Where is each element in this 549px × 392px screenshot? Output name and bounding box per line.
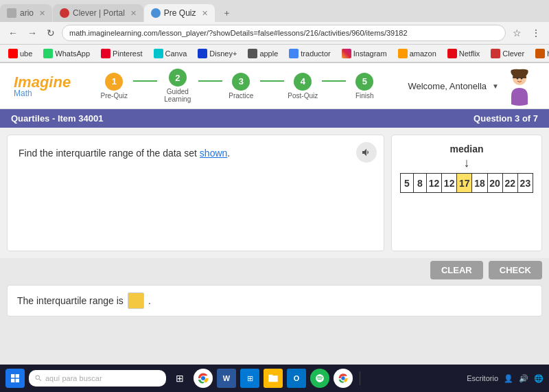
reload-button[interactable]: ↻	[44, 26, 58, 40]
chrome-task-icon[interactable]	[334, 369, 353, 388]
tab-1-close[interactable]: ✕	[39, 9, 45, 18]
welcome-text: Welcome, Antonella	[408, 81, 487, 91]
netflix-icon	[447, 49, 457, 58]
tab-1[interactable]: ario ✕	[0, 4, 52, 22]
taskbar-sound-icon[interactable]: 🔊	[519, 374, 528, 383]
svg-point-2	[521, 78, 523, 80]
bookmarks-bar: ube WhatsApp Pinterest Canva Disney+ app…	[0, 45, 549, 62]
search-bar[interactable]: aquí para buscar	[29, 370, 166, 387]
taskbar-user-icon[interactable]: 👤	[504, 374, 513, 383]
folder-icon	[268, 373, 279, 384]
step-1[interactable]: 1 Pre-Quiz	[95, 73, 133, 100]
tab-2[interactable]: Clever | Portal ✕	[53, 4, 143, 22]
forward-button[interactable]: →	[25, 26, 40, 40]
desktop-label: Escritorio	[467, 374, 498, 382]
connector-1-2	[133, 80, 157, 82]
step-5[interactable]: 5 Finish	[346, 73, 384, 100]
bookmark-shein[interactable]: https://us.shein.co...	[533, 48, 549, 59]
windows-store-icon[interactable]: ⊞	[240, 369, 259, 388]
bookmark-canva[interactable]: Canva	[151, 48, 190, 59]
browser-chrome: ario ✕ Clever | Portal ✕ Pre Quiz ✕ ＋ ← …	[0, 0, 549, 63]
shown-link[interactable]: shown	[200, 148, 227, 159]
bookmark-netflix[interactable]: Netflix	[445, 48, 483, 59]
apple-icon	[248, 49, 257, 58]
canva-icon	[154, 49, 163, 58]
bookmark-traductor[interactable]: traductor	[286, 48, 333, 59]
clear-button[interactable]: CLEAR	[430, 261, 483, 279]
amazon-icon	[398, 49, 408, 58]
speaker-icon	[361, 147, 372, 158]
data-cell-4: 17	[457, 174, 472, 193]
bookmark-disney[interactable]: Disney+	[195, 48, 240, 59]
chrome-icon[interactable]	[194, 369, 213, 388]
chrome-svg	[197, 372, 209, 384]
taskbar-right: Escritorio 👤 🔊 🌐	[467, 374, 544, 383]
step-4[interactable]: 4 Post-Quiz	[284, 73, 322, 100]
pinterest-icon	[101, 49, 110, 58]
menu-button[interactable]: ⋮	[528, 26, 544, 40]
tab-3[interactable]: Pre Quiz ✕	[144, 4, 215, 22]
logo-math: Math	[14, 89, 71, 98]
taskbar-separator	[360, 371, 360, 385]
question-body: Find the interquartile range of the data…	[0, 128, 549, 258]
step-3-circle: 3	[232, 73, 250, 91]
taskbar: aquí para buscar ⊞ W ⊞ O Escritorio 👤	[0, 365, 549, 392]
address-bar: ← → ↻ ☆ ⋮	[0, 22, 549, 45]
bookmark-button[interactable]: ☆	[510, 26, 524, 40]
check-button[interactable]: CHECK	[489, 261, 542, 279]
outlook-icon[interactable]: O	[287, 369, 306, 388]
chrome-task-svg	[338, 373, 349, 384]
avatar	[504, 69, 535, 103]
dropdown-arrow[interactable]: ▼	[492, 82, 499, 90]
spotify-icon[interactable]	[310, 369, 329, 388]
taskbar-network-icon[interactable]: 🌐	[534, 374, 544, 383]
svg-point-3	[201, 376, 205, 380]
step-2-label: Guided Learning	[157, 88, 198, 103]
connector-2-3	[198, 80, 222, 82]
answer-suffix: .	[148, 295, 151, 306]
tab-bar: ario ✕ Clever | Portal ✕ Pre Quiz ✕ ＋	[0, 0, 549, 22]
address-input[interactable]	[62, 25, 506, 41]
back-button[interactable]: ←	[5, 26, 21, 40]
new-tab-button[interactable]: ＋	[215, 4, 238, 22]
progress-steps: 1 Pre-Quiz 2 Guided Learning 3 Practice …	[95, 69, 384, 103]
tab-2-close[interactable]: ✕	[130, 9, 137, 18]
tab-3-close[interactable]: ✕	[202, 9, 208, 18]
data-cell-1: 8	[413, 174, 426, 193]
tab-2-label: Clever | Portal	[73, 8, 125, 18]
answer-input-box[interactable]	[128, 292, 144, 309]
step-3-label: Practice	[229, 92, 253, 100]
avatar-svg	[504, 69, 535, 106]
bookmark-apple[interactable]: apple	[245, 48, 281, 59]
step-3[interactable]: 3 Practice	[222, 73, 260, 100]
step-2[interactable]: 2 Guided Learning	[157, 69, 198, 103]
windows-button[interactable]	[5, 369, 25, 388]
tab-3-label: Pre Quiz	[164, 8, 196, 18]
step-1-circle: 1	[105, 73, 123, 91]
disney-icon	[198, 49, 207, 58]
bookmark-pinterest[interactable]: Pinterest	[98, 48, 145, 59]
taskview-button[interactable]: ⊞	[170, 369, 189, 388]
data-cell-3: 12	[442, 174, 457, 193]
bookmark-clever[interactable]: Clever	[488, 48, 527, 59]
data-cell-6: 20	[487, 174, 502, 193]
data-cell-2: 12	[426, 174, 441, 193]
spacer	[0, 316, 549, 344]
data-table: 5 8 12 12 17 18 20 22 23	[400, 173, 533, 193]
bookmark-youtube[interactable]: ube	[5, 48, 35, 59]
connector-3-4	[260, 80, 284, 82]
bookmark-whatsapp[interactable]: WhatsApp	[40, 48, 93, 59]
bookmark-amazon[interactable]: amazon	[395, 48, 439, 59]
svg-point-1	[517, 78, 519, 80]
file-explorer-icon[interactable]	[264, 369, 283, 388]
tab-3-icon	[151, 8, 161, 18]
audio-button[interactable]	[356, 142, 377, 163]
question-right: median ↓ 5 8 12 12 17 18 20 22 23	[391, 135, 542, 251]
translate-icon	[289, 49, 299, 58]
step-5-circle: 5	[355, 73, 373, 91]
question-left: Find the interquartile range of the data…	[7, 135, 384, 251]
welcome-area: Welcome, Antonella ▼	[408, 69, 535, 103]
word-icon[interactable]: W	[217, 369, 236, 388]
svg-point-4	[341, 376, 344, 380]
bookmark-instagram[interactable]: Instagram	[339, 48, 390, 59]
